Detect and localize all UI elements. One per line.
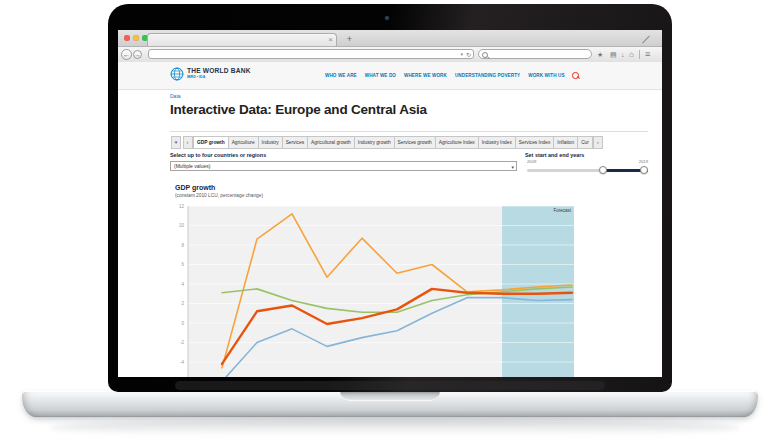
webcam-icon — [385, 16, 389, 20]
search-input[interactable] — [478, 49, 592, 59]
slider-end-handle[interactable] — [640, 166, 648, 174]
divider — [170, 131, 648, 132]
globe-icon — [170, 67, 184, 81]
browser-tab-bar: × + — [118, 30, 662, 47]
country-select-label: Select up to four countries or regions — [170, 152, 266, 158]
laptop-reflection — [50, 419, 740, 436]
menu-icon[interactable]: ≡ — [645, 49, 650, 60]
nav-item-who-we-are[interactable]: WHO WE ARE — [325, 73, 357, 78]
y-tick-label: 6 — [181, 262, 184, 267]
indicator-tabs: ▾‹GDP growthAgricultureIndustryServicesA… — [171, 136, 604, 149]
downloads-icon[interactable]: ↓ — [621, 49, 625, 60]
forward-button[interactable]: → — [133, 50, 142, 59]
y-tick-label: -2 — [180, 340, 184, 345]
tab-industry[interactable]: Industry — [258, 136, 283, 149]
tab-cur[interactable]: Cur — [577, 136, 593, 149]
y-tick-label: 10 — [179, 223, 185, 228]
year-range-label: Set start and end years — [525, 152, 584, 158]
toolbar-divider — [639, 50, 640, 59]
country-select-value: (Multiple values) — [174, 163, 210, 169]
browser-nav-bar: ← → ▾ ↻ ★ ▤ ↓ ⌂ ≡ — [118, 47, 662, 63]
logo-title: THE WORLD BANK — [187, 67, 251, 74]
site-search-icon[interactable] — [572, 72, 579, 79]
tab-agriculture[interactable]: Agriculture — [228, 136, 259, 149]
tab-services-growth[interactable]: Services growth — [394, 136, 436, 149]
bookmark-star-icon[interactable]: ★ — [597, 49, 603, 60]
y-tick-label: 8 — [181, 243, 184, 248]
laptop-lid-notch — [340, 391, 440, 401]
url-dropdown-icon[interactable]: ▾ — [460, 51, 463, 57]
site-header: THE WORLD BANK IBRD • IDA WHO WE AREWHAT… — [118, 62, 662, 90]
laptop-hinge — [175, 381, 605, 390]
tab-agricultural-growth[interactable]: Agricultural growth — [307, 136, 355, 149]
traffic-light-minimize[interactable] — [133, 35, 139, 41]
tab-industry-growth[interactable]: Industry growth — [354, 136, 395, 149]
nav-item-what-we-do[interactable]: WHAT WE DO — [365, 73, 396, 78]
tab-gdp-growth[interactable]: GDP growth — [193, 136, 229, 149]
reload-icon[interactable]: ↻ — [466, 51, 471, 58]
tab-industry-index[interactable]: Industry Index — [478, 136, 516, 149]
tab-services[interactable]: Services — [282, 136, 308, 149]
year-start-value: 2009 — [527, 159, 536, 164]
gdp-chart-svg: 121086420-2-4Forecast — [150, 200, 630, 377]
tab-inflation[interactable]: Inflation — [553, 136, 578, 149]
close-tab-icon[interactable]: × — [328, 35, 333, 45]
page-title: Interactive Data: Europe and Central Asi… — [170, 102, 427, 117]
tab-agriculture-index[interactable]: Agriculture Index — [435, 136, 479, 149]
traffic-light-close[interactable] — [124, 35, 130, 41]
site-nav: WHO WE AREWHAT WE DOWHERE WE WORKUNDERST… — [325, 73, 565, 78]
screen: × + ← → ▾ ↻ ★ ▤ ↓ ⌂ ≡ — [118, 30, 662, 377]
laptop-base — [22, 391, 758, 417]
y-tick-label: 2 — [181, 301, 184, 306]
nav-item-understanding-poverty[interactable]: UNDERSTANDING POVERTY — [455, 73, 520, 78]
back-button[interactable]: ← — [121, 49, 132, 60]
country-select[interactable]: (Multiple values) ▾ — [170, 161, 517, 171]
browser-tab[interactable]: × — [147, 33, 337, 46]
y-tick-label: 4 — [181, 282, 184, 287]
logo-subtitle: IBRD • IDA — [187, 75, 251, 79]
new-tab-button[interactable]: + — [342, 33, 357, 46]
tabs-next-button[interactable]: › — [593, 136, 603, 149]
search-icon — [482, 52, 488, 58]
chart-subtitle: (constant 2010 LCU, percentage change) — [175, 193, 263, 198]
nav-item-work-with-us[interactable]: WORK WITH US — [528, 73, 564, 78]
tab-services-index[interactable]: Services Index — [515, 136, 554, 149]
nav-item-where-we-work[interactable]: WHERE WE WORK — [404, 73, 447, 78]
library-icon[interactable]: ▤ — [610, 49, 617, 60]
y-tick-label: 0 — [181, 321, 184, 326]
forecast-label: Forecast — [553, 208, 571, 213]
year-range-slider[interactable] — [527, 169, 648, 172]
breadcrumb[interactable]: Data — [170, 93, 181, 99]
chart-title: GDP growth — [175, 184, 215, 191]
y-tick-label: 12 — [179, 204, 185, 209]
tabs-menu-button[interactable]: ▾ — [171, 136, 181, 149]
slider-start-handle[interactable] — [599, 166, 607, 174]
home-icon[interactable]: ⌂ — [629, 49, 634, 60]
laptop-screen-bezel: × + ← → ▾ ↻ ★ ▤ ↓ ⌂ ≡ — [108, 4, 672, 392]
url-bar[interactable]: ▾ ↻ — [148, 49, 474, 59]
customize-icon[interactable] — [642, 36, 650, 44]
year-end-value: 2019 — [618, 159, 648, 164]
world-bank-logo[interactable]: THE WORLD BANK IBRD • IDA — [170, 67, 251, 81]
chevron-down-icon: ▾ — [511, 163, 514, 172]
y-tick-label: -4 — [180, 360, 184, 365]
tabs-prev-button[interactable]: ‹ — [183, 136, 193, 149]
